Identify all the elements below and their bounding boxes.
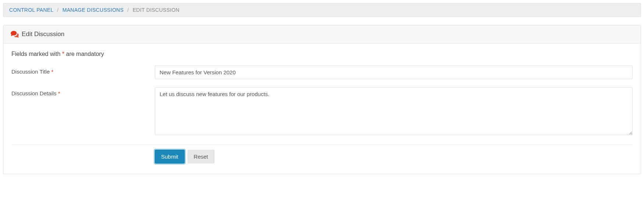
discussion-title-input[interactable] <box>155 66 633 79</box>
row-discussion-details: Discussion Details * <box>11 87 633 136</box>
breadcrumb-current: EDIT DISCUSSION <box>133 7 179 13</box>
label-discussion-details: Discussion Details * <box>11 87 155 96</box>
panel-body: Fields marked with * are mandatory Discu… <box>3 43 641 174</box>
divider <box>11 144 633 145</box>
comments-icon <box>11 31 19 38</box>
form-actions: Submit Reset <box>11 150 633 163</box>
asterisk: * <box>58 90 60 96</box>
breadcrumb-control-panel[interactable]: CONTROL PANEL <box>9 7 53 13</box>
reset-button[interactable]: Reset <box>188 150 214 163</box>
breadcrumb: CONTROL PANEL / MANAGE DISCUSSIONS / EDI… <box>3 3 641 17</box>
panel-title: Edit Discussion <box>22 31 64 38</box>
breadcrumb-manage-discussions[interactable]: MANAGE DISCUSSIONS <box>63 7 124 13</box>
asterisk: * <box>51 68 53 75</box>
row-discussion-title: Discussion Title * <box>11 66 633 79</box>
submit-button[interactable]: Submit <box>155 150 185 163</box>
panel-heading: Edit Discussion <box>3 25 641 43</box>
edit-discussion-panel: Edit Discussion Fields marked with * are… <box>3 25 641 174</box>
discussion-details-textarea[interactable] <box>155 87 633 135</box>
breadcrumb-sep: / <box>55 7 61 13</box>
breadcrumb-sep: / <box>125 7 131 13</box>
mandatory-note: Fields marked with * are mandatory <box>11 51 633 57</box>
label-discussion-title: Discussion Title * <box>11 66 155 75</box>
